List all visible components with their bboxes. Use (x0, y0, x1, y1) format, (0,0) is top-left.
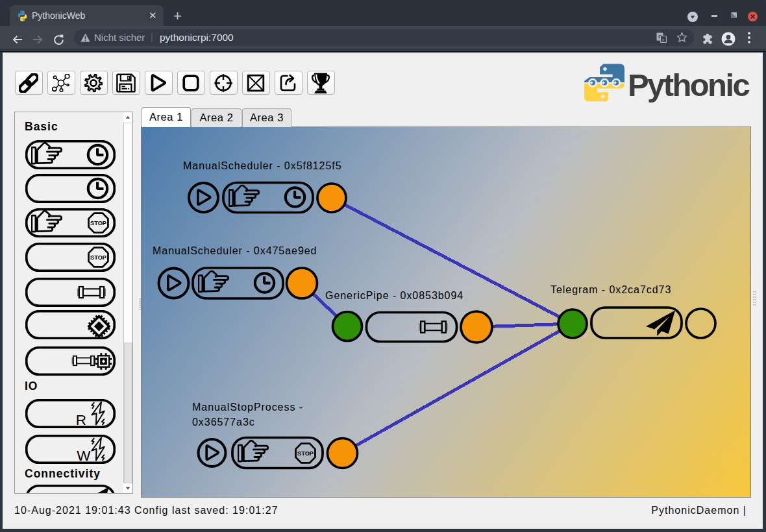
svg-text:Telegram - 0x2ca7cd73: Telegram - 0x2ca7cd73 (550, 284, 671, 295)
svg-text:x: x (662, 37, 665, 43)
svg-text:ManualScheduler - 0x475ae9ed: ManualScheduler - 0x475ae9ed (153, 245, 317, 256)
svg-text:R: R (76, 412, 86, 428)
svg-text:W: W (77, 448, 91, 464)
svg-text:GenericPipe - 0x0853b094: GenericPipe - 0x0853b094 (325, 290, 463, 301)
svg-text:0x36577a3c: 0x36577a3c (192, 417, 255, 428)
svg-text:ManualStopProcess -: ManualStopProcess - (192, 402, 303, 413)
svg-text:ManualScheduler - 0x5f8125f5: ManualScheduler - 0x5f8125f5 (183, 160, 342, 171)
